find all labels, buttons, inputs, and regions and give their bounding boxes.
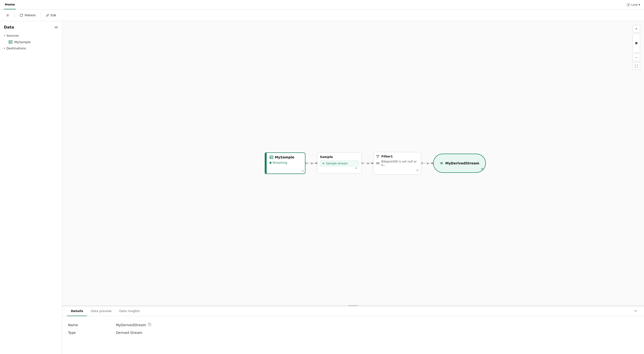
refresh-button[interactable]: Refresh: [16, 12, 38, 19]
connector-2: ▶: [362, 162, 373, 165]
zoom-in-button[interactable]: +: [632, 25, 640, 33]
svg-rect-1: [9, 41, 12, 43]
zoom-slider-track: [632, 34, 640, 53]
filter-node[interactable]: Filter1 BikepointID is not null or e... …: [373, 152, 421, 174]
sources-label: Sources: [6, 34, 19, 37]
connector-dot: [315, 162, 317, 164]
arrow-icon: ▶: [427, 162, 429, 165]
bottom-panel: Details Data preview Data insights Name …: [62, 306, 644, 354]
filter-node-card[interactable]: Filter1 BikepointID is not null or e... …: [373, 152, 421, 174]
canvas[interactable]: MySample Streaming ≡ ▶: [62, 21, 644, 305]
connector-dot: [421, 162, 423, 164]
sidebar: Data ≪ ▾ Sources MySample ▾ Destinations: [0, 21, 62, 354]
type-value: Derived Stream: [116, 331, 142, 334]
sample-stream-chip: Sample-stream: [320, 161, 359, 166]
connector-line: [314, 163, 315, 163]
top-navigation: Home Live ▾: [0, 0, 644, 10]
main-layout: Data ≪ ▾ Sources MySample ▾ Destinations: [0, 21, 644, 354]
collapse-panel-button[interactable]: [632, 307, 639, 315]
connector-dot: [371, 162, 373, 164]
tab-details[interactable]: Details: [67, 306, 87, 316]
destinations-chevron-icon: ▾: [4, 47, 5, 50]
filter-icon: [376, 155, 380, 158]
filter-node-title: Filter1: [376, 155, 418, 158]
edit-label: Edit: [51, 14, 56, 17]
refresh-label: Refresh: [25, 14, 36, 17]
fit-icon: [635, 65, 638, 68]
svg-point-9: [323, 163, 324, 164]
name-label: Name: [68, 323, 116, 327]
arrow-icon: ▶: [367, 162, 370, 165]
panel-tabs: Details Data preview Data insights: [62, 306, 644, 316]
source-node-card[interactable]: MySample Streaming ≡: [265, 152, 306, 174]
source-node-accent: [265, 152, 267, 174]
derived-node-card[interactable]: MyDerivedStream ≡: [433, 154, 486, 173]
source-node-content: MySample Streaming: [265, 153, 305, 174]
svg-point-13: [441, 163, 442, 163]
connector-line: [364, 163, 367, 163]
sample-node[interactable]: Sample Sample-stream ≡: [317, 152, 362, 174]
canvas-wrapper: MySample Streaming ≡ ▶: [62, 21, 644, 354]
svg-rect-5: [270, 156, 273, 159]
detail-row-type: Type Derived Stream: [68, 329, 638, 336]
sample-node-menu-icon[interactable]: ≡: [318, 166, 358, 170]
zoom-out-button[interactable]: −: [632, 54, 640, 61]
tab-data-preview[interactable]: Data preview: [87, 306, 115, 316]
svg-rect-14: [149, 324, 151, 326]
connector-dot: [306, 162, 308, 164]
zoom-controls: + −: [632, 25, 640, 70]
stream-icon: [322, 162, 325, 165]
fit-to-screen-button[interactable]: [632, 62, 640, 70]
eye-icon: [626, 3, 630, 7]
zoom-slider-handle[interactable]: [635, 42, 638, 44]
connector-3: ▶: [421, 162, 433, 165]
sidebar-item-mysample[interactable]: MySample: [0, 39, 62, 45]
sidebar-title: Data: [4, 25, 14, 30]
source-node-title: MySample: [270, 155, 302, 159]
destinations-label: Destinations: [6, 47, 26, 50]
sidebar-header: Data ≪: [0, 24, 62, 32]
derived-node-title: MyDerivedStream: [446, 161, 480, 165]
settings-button[interactable]: [3, 12, 12, 19]
table-icon: [8, 40, 12, 44]
type-label: Type: [68, 331, 116, 334]
tab-data-insights[interactable]: Data insights: [116, 306, 144, 316]
name-value-text: MyDerivedStream: [116, 323, 146, 327]
chevron-down-icon: ▾: [638, 3, 640, 7]
collapse-sidebar-button[interactable]: ≪: [54, 25, 58, 30]
source-node[interactable]: MySample Streaming ≡: [265, 152, 306, 174]
derived-stream-node[interactable]: MyDerivedStream ≡: [433, 154, 486, 173]
connector-line: [308, 163, 311, 163]
filter-node-menu-icon[interactable]: ≡: [376, 168, 418, 172]
condition-icon: [376, 161, 380, 165]
copy-icon[interactable]: [148, 323, 152, 327]
toolbar: Refresh Edit: [0, 10, 644, 21]
chevron-down-icon: [634, 309, 637, 312]
filter-condition: BikepointID is not null or e...: [376, 160, 418, 167]
sources-section-header[interactable]: ▾ Sources: [0, 32, 62, 39]
derived-node-menu-icon[interactable]: ≡: [481, 167, 484, 170]
derived-stream-icon: [440, 161, 444, 165]
sample-node-title: Sample: [320, 155, 359, 159]
refresh-icon: [20, 14, 23, 17]
sample-node-card[interactable]: Sample Sample-stream ≡: [317, 152, 362, 174]
connector-line: [370, 163, 371, 163]
svg-point-0: [7, 15, 8, 16]
arrow-icon: ▶: [311, 162, 314, 165]
source-node-menu-icon[interactable]: ≡: [302, 169, 304, 173]
separator: [40, 13, 41, 18]
sources-chevron-icon: ▾: [4, 34, 5, 37]
edit-button[interactable]: Edit: [43, 12, 59, 19]
status-dot: [270, 162, 272, 164]
detail-row-name: Name MyDerivedStream: [68, 321, 638, 329]
source-node-status: Streaming: [270, 161, 302, 164]
panel-content: Name MyDerivedStream Type Derived Stre: [62, 316, 644, 341]
table-icon: [270, 155, 273, 159]
destinations-section-header[interactable]: ▾ Destinations: [0, 45, 62, 52]
home-tab[interactable]: Home: [4, 0, 16, 9]
live-badge[interactable]: Live ▾: [626, 3, 640, 7]
connector-dot: [431, 162, 433, 164]
stream-label: Sample-stream: [326, 162, 348, 165]
edit-icon: [46, 14, 49, 17]
connector-1: ▶: [306, 162, 317, 165]
